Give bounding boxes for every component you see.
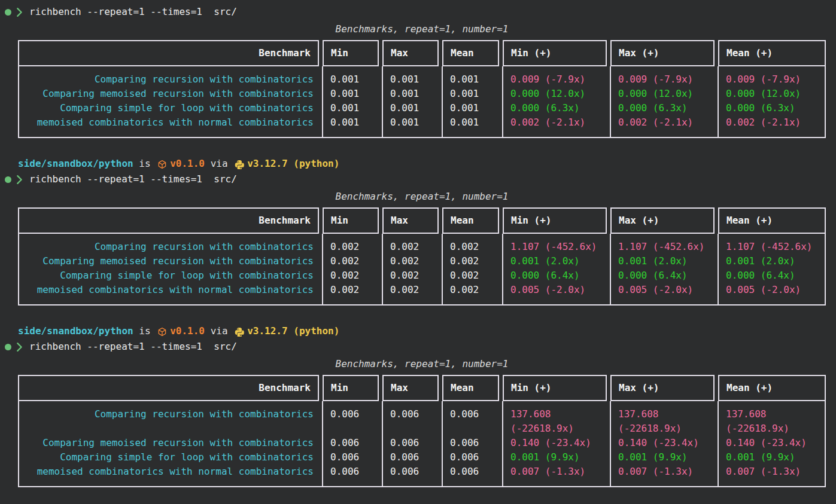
max-plus-value: 0.000 (12.0x) [610, 87, 718, 101]
mean-plus-value: 0.001 (2.0x) [718, 254, 825, 268]
header-mean-plus: Mean (+) [718, 207, 826, 234]
via-label: via [211, 324, 228, 338]
max-value: 0.001 [382, 115, 442, 130]
header-mean: Mean [442, 375, 499, 401]
min-value: 0.001 [322, 87, 382, 101]
mean-plus-value: 137.608 (-22618.9x) [718, 407, 825, 436]
is-label: is [139, 324, 150, 338]
header-max: Max [382, 207, 439, 234]
table-row: Comparing simple for loop with combinato… [19, 101, 825, 115]
command-line: richbench --repeat=1 --times=1 src/ [0, 340, 836, 354]
min-value: 0.006 [322, 450, 382, 465]
benchmark-name: memoised combinatorics with normal combi… [19, 465, 322, 479]
min-value: 0.006 [322, 436, 382, 450]
table-header-row: Benchmark Min Max Mean Min (+) Max (+) M… [18, 40, 826, 66]
min-value: 0.002 [322, 268, 382, 283]
benchmark-name: Comparing memoised recursion with combin… [19, 87, 322, 101]
min-plus-value: 0.002 (-2.1x) [502, 115, 610, 130]
mean-value: 0.002 [442, 268, 502, 283]
max-value: 0.001 [382, 87, 442, 101]
mean-plus-value: 0.140 (-23.4x) [718, 436, 825, 450]
min-value: 0.006 [322, 465, 382, 479]
table-row: Comparing memoised recursion with combin… [19, 87, 825, 101]
starship-prompt: side/snandbox/python is v0.1.0 via v3.12… [0, 157, 836, 171]
benchmark-name: Comparing simple for loop with combinato… [19, 450, 322, 465]
circle-icon [5, 176, 11, 183]
table-row: memoised combinatorics with normal combi… [19, 115, 825, 130]
header-max: Max [382, 375, 439, 401]
table-caption: Benchmarks, repeat=1, number=1 [18, 357, 826, 371]
table-row: Comparing recursion with combinatorics 0… [19, 407, 825, 436]
chevron-right-icon [16, 175, 23, 185]
table-header-row: Benchmark Min Max Mean Min (+) Max (+) M… [18, 375, 826, 401]
min-plus-value: 1.107 (-452.6x) [502, 240, 610, 254]
max-plus-value: 0.002 (-2.1x) [610, 115, 718, 130]
package-version: v0.1.0 [170, 157, 205, 171]
header-min: Min [323, 40, 379, 66]
min-plus-value: 0.140 (-23.4x) [502, 436, 610, 450]
min-value: 0.006 [322, 407, 382, 421]
max-plus-value: 0.140 (-23.4x) [610, 436, 718, 450]
min-plus-value: 0.001 (2.0x) [502, 254, 610, 268]
max-value: 0.006 [382, 465, 442, 479]
max-value: 0.002 [382, 254, 442, 268]
mean-value: 0.002 [442, 254, 502, 268]
max-value: 0.006 [382, 407, 442, 421]
mean-plus-value: 0.005 (-2.0x) [718, 283, 825, 297]
column-divider [610, 66, 611, 137]
min-plus-value: 0.000 (12.0x) [502, 87, 610, 101]
package-version: v0.1.0 [170, 324, 205, 338]
max-plus-value: 1.107 (-452.6x) [610, 240, 718, 254]
column-divider [322, 66, 323, 137]
directory-path: side/snandbox/python [18, 324, 133, 338]
max-value: 0.002 [382, 240, 442, 254]
column-divider [382, 234, 383, 304]
benchmark-table: Benchmark Min Max Mean Min (+) Max (+) M… [18, 40, 826, 138]
table-body: Comparing recursion with combinatorics 0… [18, 66, 826, 138]
column-divider [322, 401, 323, 486]
column-divider [718, 234, 719, 304]
command-line: richbench --repeat=1 --times=1 src/ [0, 5, 836, 19]
benchmark-table: Benchmark Min Max Mean Min (+) Max (+) M… [18, 375, 826, 487]
benchmark-name: Comparing recursion with combinatorics [19, 72, 322, 87]
mean-value: 0.002 [442, 240, 502, 254]
mean-value: 0.006 [442, 450, 502, 465]
column-divider [322, 234, 323, 304]
benchmark-name: Comparing memoised recursion with combin… [19, 436, 322, 450]
python-version: v3.12.7 (python) [247, 324, 339, 338]
max-value: 0.002 [382, 268, 442, 283]
table-body: Comparing recursion with combinatorics 0… [18, 234, 826, 306]
benchmark-name: memoised combinatorics with normal combi… [19, 283, 322, 297]
terminal-section-1: richbench --repeat=1 --times=1 src/ Benc… [0, 5, 836, 138]
mean-value: 0.006 [442, 465, 502, 479]
mean-value: 0.001 [442, 72, 502, 87]
benchmark-name: memoised combinatorics with normal combi… [19, 115, 322, 130]
terminal-section-3: side/snandbox/python is v0.1.0 via v3.12… [0, 324, 836, 487]
header-max-plus: Max (+) [610, 375, 715, 401]
benchmark-name: Comparing memoised recursion with combin… [19, 254, 322, 268]
max-value: 0.006 [382, 450, 442, 465]
benchmark-table: Benchmark Min Max Mean Min (+) Max (+) M… [18, 207, 826, 306]
min-plus-value: 0.007 (-1.3x) [502, 465, 610, 479]
benchmark-name: Comparing recursion with combinatorics [19, 240, 322, 254]
min-plus-value: 0.005 (-2.0x) [502, 283, 610, 297]
column-divider [502, 234, 503, 304]
max-value: 0.001 [382, 101, 442, 115]
directory-path: side/snandbox/python [18, 157, 133, 171]
python-version: v3.12.7 (python) [247, 157, 339, 171]
max-value: 0.001 [382, 72, 442, 87]
header-mean-plus: Mean (+) [718, 40, 826, 66]
python-icon [235, 327, 244, 337]
column-divider [610, 401, 611, 486]
header-min: Min [323, 375, 379, 401]
header-mean: Mean [442, 40, 499, 66]
table-row: memoised combinatorics with normal combi… [19, 465, 825, 479]
command-text: richbench --repeat=1 --times=1 src/ [29, 340, 237, 354]
max-plus-value: 0.005 (-2.0x) [610, 283, 718, 297]
table-row: Comparing simple for loop with combinato… [19, 268, 825, 283]
max-value: 0.002 [382, 283, 442, 297]
header-max-plus: Max (+) [610, 40, 715, 66]
max-plus-value: 0.007 (-1.3x) [610, 465, 718, 479]
max-plus-value: 137.608 (-22618.9x) [610, 407, 718, 436]
column-divider [442, 234, 443, 304]
